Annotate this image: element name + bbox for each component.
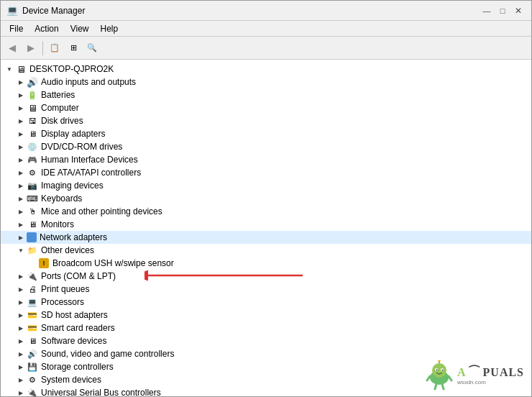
tree-item-disk[interactable]: ▶ 🖫 Disk drives	[1, 114, 531, 127]
window-title: Device Manager	[22, 6, 85, 16]
other-label: Other devices	[41, 245, 94, 255]
monitors-icon: 🖥	[27, 219, 38, 230]
back-button[interactable]: ◀	[4, 40, 21, 57]
sound-icon: 🔊	[27, 348, 38, 360]
tree-root[interactable]: ▼ 🖥 DESKTOP-QJPRO2K	[1, 63, 531, 76]
processors-icon: 💻	[27, 296, 38, 308]
tree-item-audio[interactable]: ▶ 🔊 Audio inputs and outputs	[1, 76, 531, 88]
imaging-label: Imaging devices	[41, 181, 104, 191]
maximize-button[interactable]: □	[495, 4, 510, 18]
processors-expand-icon[interactable]: ▶	[15, 296, 27, 308]
menu-help[interactable]: Help	[95, 22, 124, 35]
menu-action[interactable]: Action	[29, 22, 64, 35]
system-label: System devices	[41, 375, 101, 385]
disk-expand-icon[interactable]: ▶	[15, 115, 27, 127]
svg-point-6	[436, 370, 437, 371]
minimize-button[interactable]: —	[480, 4, 494, 18]
software-expand-icon[interactable]: ▶	[15, 335, 27, 347]
network-label: Network adapters	[40, 232, 107, 242]
tree-item-monitors[interactable]: ▶ 🖥 Monitors	[1, 218, 531, 231]
other-expand-icon[interactable]: ▼	[15, 245, 27, 256]
keyboards-expand-icon[interactable]: ▶	[15, 193, 27, 204]
broadcom-icon: !	[38, 257, 50, 269]
computer-label: Computer	[41, 103, 79, 113]
tree-item-ide[interactable]: ▶ ⚙ IDE ATA/ATAPI controllers	[1, 166, 531, 179]
storage-label: Storage controllers	[41, 362, 114, 372]
tree-item-imaging[interactable]: ▶ 📷 Imaging devices	[1, 179, 531, 192]
update-driver-button[interactable]: ⊞	[65, 40, 82, 57]
ports-label: Ports (COM & LPT)	[41, 271, 116, 281]
tree-item-batteries[interactable]: ▶ 🔋 Batteries	[1, 88, 531, 101]
tree-item-software[interactable]: ▶ 🖥 Software devices	[1, 334, 531, 347]
system-expand-icon[interactable]: ▶	[15, 374, 27, 385]
mice-label: Mice and other pointing devices	[41, 206, 162, 216]
audio-expand-icon[interactable]: ▶	[15, 76, 27, 88]
title-bar: 💻 Device Manager — □ ✕	[1, 1, 531, 21]
network-expand-icon[interactable]: ▶	[15, 232, 27, 243]
tree-item-processors[interactable]: ▶ 💻 Processors	[1, 296, 531, 309]
network-icon	[27, 232, 37, 242]
disk-label: Disk drives	[41, 116, 83, 126]
hid-expand-icon[interactable]: ▶	[15, 154, 27, 165]
sound-label: Sound, video and game controllers	[41, 349, 174, 359]
smartcard-label: Smart card readers	[41, 323, 115, 333]
sound-expand-icon[interactable]: ▶	[15, 348, 27, 360]
ide-expand-icon[interactable]: ▶	[15, 167, 27, 178]
menu-bar: File Action View Help	[1, 21, 531, 37]
mice-expand-icon[interactable]: ▶	[15, 206, 27, 217]
tree-item-smartcard[interactable]: ▶ 💳 Smart card readers	[1, 321, 531, 334]
tree-item-keyboards[interactable]: ▶ ⌨ Keyboards	[1, 192, 531, 205]
usb-expand-icon[interactable]: ▶	[15, 387, 27, 396]
imaging-expand-icon[interactable]: ▶	[15, 180, 27, 191]
hid-icon: 🎮	[27, 154, 38, 165]
toolbar: ◀ ▶ 📋 ⊞ 🔍	[1, 37, 531, 60]
batteries-label: Batteries	[41, 90, 75, 100]
tree-item-sd[interactable]: ▶ 💳 SD host adapters	[1, 309, 531, 321]
tree-item-display[interactable]: ▶ 🖥 Display adapters	[1, 127, 531, 140]
watermark-text: wsxdn.com	[457, 379, 486, 385]
dvd-icon: 💿	[27, 141, 38, 152]
dvd-label: DVD/CD-ROM drives	[41, 142, 122, 152]
svg-line-10	[427, 376, 430, 380]
audio-label: Audio inputs and outputs	[41, 77, 136, 87]
tree-item-mice[interactable]: ▶ 🖱 Mice and other pointing devices	[1, 205, 531, 218]
other-icon: 📁	[27, 245, 38, 256]
svg-line-12	[435, 384, 436, 389]
disk-icon: 🖫	[27, 115, 38, 127]
scan-button[interactable]: 🔍	[83, 40, 101, 57]
tree-item-other[interactable]: ▼ 📁 Other devices	[1, 244, 531, 257]
storage-expand-icon[interactable]: ▶	[15, 361, 27, 373]
usb-icon: 🔌	[27, 387, 38, 396]
close-button[interactable]: ✕	[511, 4, 526, 18]
hid-label: Human Interface Devices	[41, 155, 138, 165]
batteries-expand-icon[interactable]: ▶	[15, 89, 27, 101]
properties-button[interactable]: 📋	[46, 40, 63, 57]
broadcom-label: Broadcom USH w/swipe sensor	[52, 258, 174, 268]
smartcard-expand-icon[interactable]: ▶	[15, 322, 27, 334]
ports-expand-icon[interactable]: ▶	[15, 270, 27, 282]
tree-item-network[interactable]: ▶ Network adapters	[1, 231, 531, 244]
usb-label: Universal Serial Bus controllers	[41, 388, 161, 396]
display-expand-icon[interactable]: ▶	[15, 128, 27, 140]
sd-expand-icon[interactable]: ▶	[15, 309, 27, 321]
device-tree[interactable]: ▼ 🖥 DESKTOP-QJPRO2K ▶ 🔊 Audio inputs and…	[1, 60, 531, 396]
dvd-expand-icon[interactable]: ▶	[15, 141, 27, 152]
tree-item-dvd[interactable]: ▶ 💿 DVD/CD-ROM drives	[1, 140, 531, 153]
tree-item-hid[interactable]: ▶ 🎮 Human Interface Devices	[1, 153, 531, 166]
tree-item-ports[interactable]: ▶ 🔌 Ports (COM & LPT)	[1, 270, 531, 283]
computer-expand-icon[interactable]: ▶	[15, 102, 27, 114]
toolbar-separator-1	[42, 41, 43, 55]
audio-icon: 🔊	[27, 76, 38, 88]
print-expand-icon[interactable]: ▶	[15, 283, 27, 295]
root-expand-icon[interactable]: ▼	[4, 63, 15, 75]
forward-button[interactable]: ▶	[22, 40, 40, 57]
menu-file[interactable]: File	[4, 22, 29, 35]
software-icon: 🖥	[27, 335, 38, 347]
menu-view[interactable]: View	[65, 22, 95, 35]
tree-item-print[interactable]: ▶ 🖨 Print queues	[1, 283, 531, 296]
monitors-expand-icon[interactable]: ▶	[15, 219, 27, 230]
watermark: A ⁀ PUALS wsxdn.com	[420, 357, 528, 393]
tree-item-broadcom[interactable]: ▶ ! Broadcom USH w/swipe sensor	[1, 257, 531, 270]
title-bar-left: 💻 Device Manager	[6, 5, 85, 16]
tree-item-computer[interactable]: ▶ 🖥 Computer	[1, 101, 531, 114]
